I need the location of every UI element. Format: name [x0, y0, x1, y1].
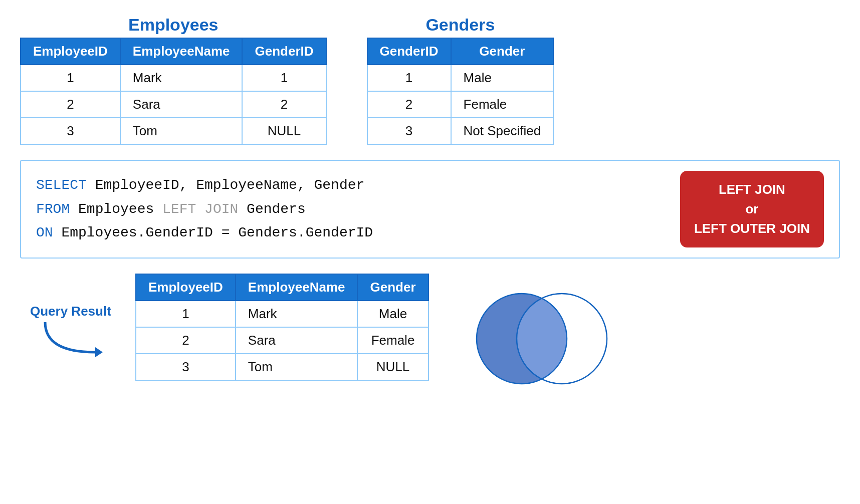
table-row: 1Mark1: [21, 65, 326, 91]
genders-table: GenderID Gender 1Male2Female3Not Specifi…: [367, 38, 554, 145]
table-cell: Mark: [120, 65, 243, 91]
venn-diagram: [469, 284, 609, 396]
on-text: Employees.GenderID = Genders.GenderID: [53, 225, 373, 240]
table-row: 1Male: [367, 65, 554, 91]
table-cell: NULL: [357, 354, 428, 380]
query-result-arrow: [35, 322, 115, 362]
table-cell: NULL: [242, 118, 326, 144]
on-keyword: ON: [36, 225, 53, 240]
genders-title: Genders: [367, 15, 554, 35]
result-col-id: EmployeeID: [136, 274, 236, 301]
result-header-row: EmployeeID EmployeeName Gender: [136, 274, 428, 301]
table-cell: 1: [242, 65, 326, 91]
table-cell: 2: [242, 91, 326, 118]
employees-col-id: EmployeeID: [21, 38, 120, 65]
employees-col-name: EmployeeName: [120, 38, 243, 65]
join-badge-line3: LEFT OUTER JOIN: [694, 219, 810, 238]
genders-col-gender: Gender: [451, 38, 554, 65]
genders-table-wrapper: Genders GenderID Gender 1Male2Female3Not…: [367, 15, 554, 145]
arrow-container: Query Result: [30, 274, 115, 362]
table-row: 1MarkMale: [136, 301, 428, 327]
table-cell: Sara: [120, 91, 243, 118]
svg-marker-0: [95, 347, 103, 357]
employees-col-genderid: GenderID: [242, 38, 326, 65]
join-badge-line1: LEFT JOIN: [694, 180, 810, 199]
top-tables-section: Employees EmployeeID EmployeeName Gender…: [20, 15, 840, 145]
result-table: EmployeeID EmployeeName Gender 1MarkMale…: [135, 274, 429, 381]
table-cell: Female: [451, 91, 554, 118]
join-badge-line2: or: [694, 199, 810, 219]
select-keyword: SELECT: [36, 177, 87, 193]
table-cell: Tom: [236, 354, 358, 380]
sql-section: SELECT EmployeeID, EmployeeName, Gender …: [20, 160, 840, 259]
sql-line-on: ON Employees.GenderID = Genders.GenderID: [36, 221, 373, 245]
venn-svg: [469, 284, 609, 394]
table-cell: 1: [367, 65, 451, 91]
from-keyword: FROM: [36, 201, 70, 217]
table-cell: Tom: [120, 118, 243, 144]
table-cell: 1: [21, 65, 120, 91]
table-row: 3TomNULL: [21, 118, 326, 144]
from-text: Employees: [70, 201, 162, 217]
employees-table: EmployeeID EmployeeName GenderID 1Mark12…: [20, 38, 327, 145]
table-cell: 2: [367, 91, 451, 118]
table-row: 3TomNULL: [136, 354, 428, 380]
sql-line-from: FROM Employees LEFT JOIN Genders: [36, 197, 373, 221]
result-col-name: EmployeeName: [236, 274, 358, 301]
table-cell: Male: [357, 301, 428, 327]
sql-line-select: SELECT EmployeeID, EmployeeName, Gender: [36, 173, 373, 197]
table-cell: 3: [21, 118, 120, 144]
from-text2: Genders: [238, 201, 305, 217]
table-cell: Female: [357, 327, 428, 354]
sql-code-block: SELECT EmployeeID, EmployeeName, Gender …: [36, 173, 373, 245]
employees-header-row: EmployeeID EmployeeName GenderID: [21, 38, 326, 65]
join-badge: LEFT JOIN or LEFT OUTER JOIN: [680, 171, 824, 247]
table-row: 2Sara2: [21, 91, 326, 118]
table-cell: 2: [21, 91, 120, 118]
table-row: 2SaraFemale: [136, 327, 428, 354]
query-result-label: Query Result: [30, 304, 111, 319]
table-cell: Male: [451, 65, 554, 91]
table-row: 3Not Specified: [367, 118, 554, 144]
result-table-wrapper: EmployeeID EmployeeName Gender 1MarkMale…: [135, 274, 429, 381]
table-cell: Not Specified: [451, 118, 554, 144]
employees-table-wrapper: Employees EmployeeID EmployeeName Gender…: [20, 15, 327, 145]
result-section: Query Result EmployeeID EmployeeName Gen…: [20, 274, 840, 396]
result-col-gender: Gender: [357, 274, 428, 301]
table-cell: Mark: [236, 301, 358, 327]
join-keyword: LEFT JOIN: [162, 201, 238, 217]
table-cell: 2: [136, 327, 236, 354]
table-row: 2Female: [367, 91, 554, 118]
select-text: EmployeeID, EmployeeName, Gender: [87, 177, 365, 193]
table-cell: Sara: [236, 327, 358, 354]
table-cell: 1: [136, 301, 236, 327]
genders-col-id: GenderID: [367, 38, 451, 65]
table-cell: 3: [136, 354, 236, 380]
employees-title: Employees: [20, 15, 327, 35]
table-cell: 3: [367, 118, 451, 144]
genders-header-row: GenderID Gender: [367, 38, 554, 65]
